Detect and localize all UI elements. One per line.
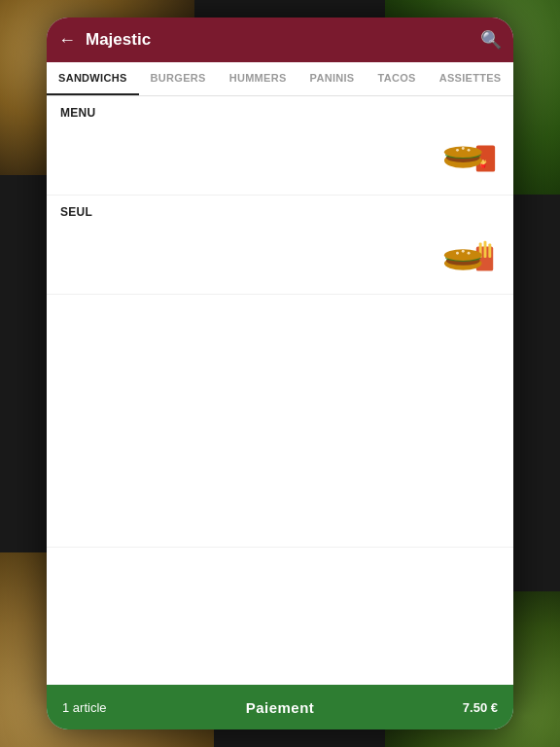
back-button[interactable]: ← [58, 30, 76, 51]
section-menu-header: MENU [47, 96, 513, 125]
payment-button[interactable]: Paiement [171, 699, 389, 716]
menu-content: MENU 🍟 [47, 96, 513, 685]
list-item[interactable] [47, 225, 513, 295]
app-screen: ← Majestic 🔍 SANDWICHS BURGERS HUMMERS P… [47, 18, 513, 729]
tab-paninis[interactable]: PANINIS [298, 62, 367, 95]
tab-hummers[interactable]: HUMMERS [218, 62, 298, 95]
section-seul-header: SEUL [47, 196, 513, 225]
tab-tacos[interactable]: TACOS [367, 62, 428, 95]
svg-point-6 [456, 148, 459, 151]
tab-sandwichs[interactable]: SANDWICHS [47, 62, 139, 95]
empty-content [47, 295, 513, 548]
svg-point-8 [468, 148, 471, 151]
svg-point-19 [468, 251, 471, 254]
svg-point-7 [462, 146, 465, 149]
list-item[interactable]: 🍟 [47, 125, 513, 196]
tablet-frame: ← Majestic 🔍 SANDWICHS BURGERS HUMMERS P… [47, 18, 513, 729]
cart-total: 7.50 € [389, 700, 498, 715]
tab-assiettes[interactable]: ASSIETTES [428, 62, 513, 95]
item-image [441, 232, 500, 286]
svg-point-17 [456, 251, 459, 254]
item-info [60, 160, 432, 161]
tab-burgers[interactable]: BURGERS [139, 62, 218, 95]
item-image: 🍟 [441, 133, 500, 187]
cart-count: 1 article [62, 700, 171, 715]
category-tabs: SANDWICHS BURGERS HUMMERS PANINIS TACOS … [47, 62, 513, 96]
svg-rect-12 [488, 243, 491, 258]
search-icon[interactable]: 🔍 [480, 29, 502, 51]
payment-bar[interactable]: 1 article Paiement 7.50 € [47, 685, 513, 729]
app-header: ← Majestic 🔍 [47, 18, 513, 62]
restaurant-title: Majestic [86, 30, 480, 50]
svg-point-18 [462, 249, 465, 252]
item-info [60, 259, 432, 261]
svg-rect-11 [484, 240, 487, 257]
